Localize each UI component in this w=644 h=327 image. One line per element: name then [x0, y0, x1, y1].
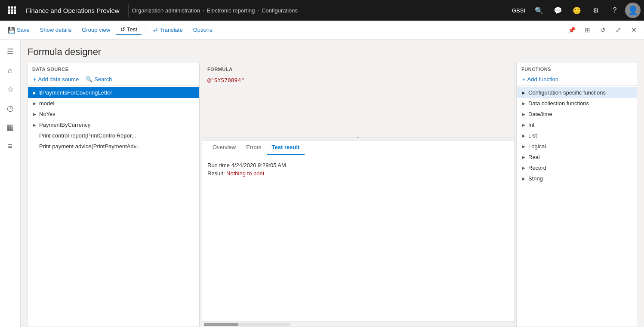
tree-item-payment-currency[interactable]: ▶ PaymentByCurrency — [28, 119, 199, 130]
help-icon[interactable]: ? — [606, 2, 623, 19]
tab-test-result[interactable]: Test result — [267, 141, 305, 155]
breadcrumb-sep-1: › — [203, 8, 204, 13]
page-title: Formula designer — [28, 46, 637, 58]
list-label: List — [528, 132, 537, 139]
func-item-record[interactable]: ▶ Record — [517, 162, 637, 173]
settings-icon[interactable]: ⚙ — [587, 2, 604, 19]
chevron-string: ▶ — [521, 176, 527, 182]
results-section: Overview Errors Test result Run time — [202, 141, 514, 321]
result-label: Result: — [207, 170, 225, 177]
close-icon[interactable]: ✕ — [627, 23, 641, 37]
data-collection-label: Data collection functions — [528, 100, 589, 107]
string-label: String — [528, 175, 543, 182]
favorites-icon[interactable]: ☆ — [2, 81, 19, 98]
options-button[interactable]: Options — [189, 25, 217, 35]
test-icon: ↺ — [120, 26, 125, 33]
func-item-real[interactable]: ▶ Real — [517, 152, 637, 162]
nav-grid-icon[interactable] — [3, 0, 21, 21]
run-time: Run time 4/24/2020 9:29:05 AM — [207, 162, 509, 168]
formula-editor[interactable]: @"SYS70894" — [202, 73, 514, 137]
svg-rect-8 — [14, 12, 16, 14]
main-content: ☰ ⌂ ☆ ◷ ▦ ≡ Formula designer DATA SOURCE… — [0, 40, 644, 327]
toolbar-sep — [145, 25, 145, 35]
test-label: Test — [127, 26, 137, 33]
expand-icon[interactable]: ⤢ — [611, 23, 625, 37]
scrollbar-track — [204, 323, 290, 326]
search-button[interactable]: 🔍 Search — [84, 75, 114, 83]
toolbar-right: 📌 ⊞ ↺ ⤢ ✕ — [565, 23, 641, 37]
svg-rect-4 — [11, 9, 13, 12]
int-label: Int — [528, 122, 534, 128]
chevron-record: ▶ — [521, 165, 527, 171]
group-view-button[interactable]: Group view — [77, 25, 114, 35]
config-specific-label: Configuration specific functions — [528, 89, 606, 96]
chevron-payments: ▶ — [31, 90, 37, 96]
results-tabs: Overview Errors Test result — [202, 141, 514, 155]
breadcrumb-er[interactable]: Electronic reporting — [207, 7, 255, 14]
datetime-label: Date/time — [528, 111, 552, 117]
run-time-label: Run time — [207, 162, 230, 168]
model-label: model — [39, 100, 196, 107]
menu-icon[interactable]: ☰ — [2, 43, 19, 60]
tree-item-model[interactable]: ▶ model — [28, 98, 199, 109]
func-item-logical[interactable]: ▶ Logical — [517, 141, 637, 152]
face-icon[interactable]: 🙂 — [568, 2, 585, 19]
user-avatar[interactable]: 👤 — [625, 3, 641, 18]
org-label: GBSI — [508, 7, 529, 14]
func-item-list[interactable]: ▶ List — [517, 130, 637, 141]
add-function-button[interactable]: + Add function — [521, 75, 560, 83]
chevron-int: ▶ — [521, 122, 527, 128]
svg-rect-5 — [14, 9, 16, 12]
chevron-noyes: ▶ — [31, 111, 37, 117]
functions-toolbar: + Add function — [517, 73, 637, 86]
func-item-string[interactable]: ▶ String — [517, 173, 637, 184]
real-label: Real — [528, 154, 540, 160]
func-item-data-collection[interactable]: ▶ Data collection functions — [517, 98, 637, 109]
add-data-source-button[interactable]: + Add data source — [31, 75, 80, 83]
pin-icon[interactable]: 📌 — [565, 23, 579, 37]
svg-rect-7 — [11, 12, 13, 14]
result-value: Nothing to print — [226, 170, 264, 177]
save-icon: 💾 — [8, 27, 15, 34]
func-item-config-specific[interactable]: ▶ Configuration specific functions — [517, 87, 637, 98]
chevron-list: ▶ — [521, 133, 527, 139]
chevron-datetime: ▶ — [521, 111, 527, 117]
tree-item-payments[interactable]: ▶ $PaymentsForCoveringLetter — [28, 87, 199, 98]
toolbar: 💾 Save Show details Group view ↺ Test ⇄ … — [0, 21, 644, 40]
tree-item-noyes[interactable]: ▶ NoYes — [28, 109, 199, 119]
bottom-scrollbar[interactable] — [202, 321, 514, 327]
tab-errors[interactable]: Errors — [241, 141, 266, 155]
noyes-label: NoYes — [39, 111, 196, 117]
breadcrumb-org[interactable]: Organization administration — [132, 7, 200, 14]
tree-item-print-payment[interactable]: Print payment advice(PrintPaymentAdv... — [28, 141, 199, 152]
tab-overview[interactable]: Overview — [207, 141, 241, 155]
formula-resize-handle[interactable]: = — [202, 137, 514, 140]
print-control-label: Print control report(PrintControlRepor..… — [39, 132, 196, 139]
home-icon[interactable]: ⌂ — [2, 62, 19, 79]
columns-icon[interactable]: ⊞ — [580, 23, 594, 37]
show-details-button[interactable]: Show details — [36, 25, 76, 35]
breadcrumb-configs[interactable]: Configurations — [262, 7, 298, 14]
three-panel: DATA SOURCE + Add data source 🔍 Search ▶… — [28, 63, 637, 327]
search-nav-icon[interactable]: 🔍 — [530, 2, 548, 19]
refresh-icon[interactable]: ↺ — [596, 23, 610, 37]
translate-label: Translate — [160, 27, 183, 33]
func-item-datetime[interactable]: ▶ Date/time — [517, 109, 637, 119]
breadcrumb: Organization administration › Electronic… — [132, 7, 508, 14]
top-nav: Finance and Operations Preview Organizat… — [0, 0, 644, 21]
modules-icon[interactable]: ≡ — [2, 138, 19, 155]
func-item-int[interactable]: ▶ Int — [517, 119, 637, 130]
save-button[interactable]: 💾 Save — [3, 25, 34, 35]
chat-icon[interactable]: 💬 — [549, 2, 567, 19]
designer-area: Formula designer DATA SOURCE + Add data … — [21, 40, 644, 327]
recent-icon[interactable]: ◷ — [2, 100, 19, 117]
add-function-label: Add function — [527, 76, 558, 83]
test-button[interactable]: ↺ Test — [116, 24, 142, 35]
search-icon: 🔍 — [86, 76, 92, 83]
chevron-model: ▶ — [31, 101, 37, 107]
print-payment-label: Print payment advice(PrintPaymentAdv... — [39, 143, 196, 150]
workspaces-icon[interactable]: ▦ — [2, 119, 19, 136]
functions-tree: ▶ Configuration specific functions ▶ Dat… — [517, 86, 637, 327]
tree-item-print-control[interactable]: Print control report(PrintControlRepor..… — [28, 130, 199, 141]
translate-button[interactable]: ⇄ Translate — [149, 25, 187, 35]
